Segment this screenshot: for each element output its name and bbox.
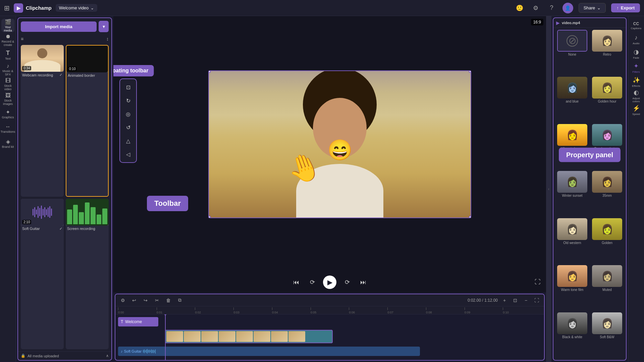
media-panel-footer: 🔒 All media uploaded ∧ [18, 351, 111, 360]
sidebar-item-your-media[interactable]: 🎬 Your media [1, 19, 15, 32]
filter-soft-bw[interactable]: 👩 Soft B&W [590, 312, 624, 358]
ft-speed-button[interactable]: ◁ [122, 148, 134, 160]
filter-black-white[interactable]: 👩 Black & white [555, 312, 589, 358]
timeline-expand-button[interactable]: ⛶ [532, 296, 541, 305]
filter-muted-label: Muted [602, 288, 612, 292]
undo-button[interactable]: ↩ [129, 296, 139, 305]
filter-golden-label: Golden [602, 241, 612, 245]
zoom-fit-button[interactable]: ⊡ [511, 296, 520, 305]
fullscreen-button[interactable]: ⛶ [535, 279, 541, 286]
cut-button[interactable]: ✂ [152, 296, 162, 305]
ft-cutout-button[interactable]: ◎ [122, 108, 134, 120]
help-icon[interactable]: ? [546, 3, 557, 13]
corner-bl[interactable] [208, 216, 211, 218]
audio-track-clip[interactable]: ♪ Soft Guitar [118, 347, 420, 356]
audio-track-row: ♪ Soft Guitar [118, 345, 541, 357]
grid-apps-icon[interactable]: ⊞ [4, 4, 10, 12]
captions-icon-btn[interactable]: CC Captions [630, 19, 643, 32]
sidebar-item-music-sfx[interactable]: ♪ Music & SFX [1, 63, 15, 76]
redo-button[interactable]: ↪ [141, 296, 150, 305]
copy-button[interactable]: ⧉ [175, 296, 184, 305]
audio-icon-btn[interactable]: ♪ Audio [630, 33, 643, 46]
sidebar-item-transitions[interactable]: ↔ Transitions [1, 122, 15, 135]
left-sidebar: 🎬 Your media ⏺ Record & create T Text ♪ … [0, 16, 16, 362]
timeline-settings-button[interactable]: ⚙ [118, 296, 127, 305]
video-track-frames [166, 330, 306, 343]
sort-icon[interactable]: ↕ [106, 36, 109, 42]
avatar[interactable]: 👤 [562, 3, 573, 13]
adjust-colors-icon-btn[interactable]: ◐ Adjust colors [630, 89, 643, 103]
skip-forward-button[interactable]: ⏭ [358, 277, 369, 288]
filter-cyan-label: and blue [566, 100, 579, 103]
filter-golden-thumb: 👩 [592, 218, 622, 240]
ft-crop-button[interactable]: ⊡ [122, 81, 134, 93]
sidebar-item-stock-images[interactable]: 🖼 Stock images [1, 93, 15, 106]
filter-retro[interactable]: 👩 Retro [590, 30, 624, 75]
sidebar-item-graphics[interactable]: ✦ Graphics [1, 107, 15, 121]
export-button[interactable]: ↑ Export [611, 3, 640, 12]
sidebar-item-text[interactable]: T Text [1, 48, 15, 62]
settings-icon[interactable]: ⚙ [530, 3, 541, 13]
sidebar-item-stock-video[interactable]: 🎞 Stock video [1, 78, 15, 91]
filter-winter-thumb: 👩 [557, 171, 587, 193]
video-canvas: 😄 🤚 [208, 70, 471, 218]
filter-none[interactable]: ⊘ None [555, 30, 589, 75]
video-track-clip[interactable] [165, 330, 333, 343]
panel-collapse-handle[interactable]: ‹ [546, 16, 551, 362]
right-panel-header: ▶ video.mp4 [553, 18, 626, 28]
skip-back-button[interactable]: ⏮ [291, 277, 302, 288]
share-button[interactable]: Share ⌄ [579, 3, 606, 13]
filter-muted[interactable]: 👩 Muted [590, 265, 624, 311]
ft-rotate-button[interactable]: ↺ [122, 121, 134, 133]
project-title[interactable]: Welcome video ⌄ [56, 4, 98, 12]
fade-icon-btn[interactable]: ◑ Fade [630, 47, 643, 60]
media-item-soft-guitar[interactable]: 2:10 Soft Guitar ✓ [21, 199, 64, 350]
sidebar-item-brand-kit[interactable]: ◈ Brand kit [1, 137, 15, 150]
filter-warm-tone-film[interactable]: 👩 Warm tone film [555, 265, 589, 311]
import-dropdown-button[interactable]: ▾ [99, 21, 109, 32]
media-item-webcam[interactable]: 0:34 Webcam recording ✓ [21, 45, 64, 197]
zoom-in-button[interactable]: + [500, 296, 509, 305]
ruler-mark-10: 0:10 [503, 307, 541, 314]
filter-winter-sunset[interactable]: 👩 Winter sunset [555, 171, 589, 217]
filter-old-western[interactable]: 👩 Old western [555, 218, 589, 264]
play-button[interactable]: ▶ [323, 276, 336, 289]
ruler-mark-9: 0:09 [465, 307, 503, 314]
sidebar-item-record-create[interactable]: ⏺ Record & create [1, 34, 15, 47]
timeline-playhead[interactable] [165, 314, 166, 360]
filter-golden-hour[interactable]: 👩 Golden hour [590, 77, 624, 122]
forward-button[interactable]: ⟳ [342, 277, 353, 288]
emoji-icon[interactable]: 🙂 [514, 3, 525, 13]
ruler-mark-4: 0:04 [272, 307, 311, 314]
media-item-animated-border[interactable]: 0:10 Animated border [66, 45, 109, 197]
text-track-content: T Welcome [118, 316, 541, 328]
speed-icon-btn[interactable]: ⚡ Speed [630, 103, 643, 117]
corner-tl[interactable] [208, 70, 211, 73]
corner-br[interactable] [469, 216, 471, 218]
ft-flip-button[interactable]: △ [122, 135, 134, 147]
ruler-mark-2: 0:02 [195, 307, 233, 314]
import-media-button[interactable]: Import media [21, 21, 97, 32]
ft-transform-button[interactable]: ↻ [122, 95, 134, 107]
ruler-mark-6: 0:06 [349, 307, 387, 314]
ruler-mark-5: 0:05 [311, 307, 349, 314]
filter-purple-undertone[interactable]: 👩 Purple undertone [590, 124, 624, 170]
filter-35mm[interactable]: 👩 35mm [590, 171, 624, 217]
filter-vibrant-vlogger[interactable]: 👩 Vibrant vlogger [555, 124, 589, 170]
footer-collapse[interactable]: ∧ [106, 354, 109, 358]
text-track-clip[interactable]: T Welcome [118, 317, 158, 326]
video-track-content [118, 329, 541, 344]
rewind-button[interactable]: ⟳ [307, 277, 318, 288]
filter-warm-label: Warm tone film [561, 288, 584, 292]
corner-tr[interactable] [469, 70, 471, 73]
media-item-screen-recording[interactable]: Screen recording [66, 199, 109, 350]
filter-golden[interactable]: 👩 Golden [590, 218, 624, 264]
zoom-out-button[interactable]: − [521, 296, 531, 305]
filters-icon-btn[interactable]: ✦ Filters [630, 61, 643, 74]
effects-icon-btn[interactable]: ✨ Effects [630, 75, 643, 88]
filter-cyan-blue[interactable]: 👩 and blue [555, 77, 589, 122]
filename: video.mp4 [562, 21, 580, 25]
filter-icon[interactable]: ≡ [21, 36, 23, 42]
delete-button[interactable]: 🗑 [164, 296, 173, 305]
filter-bw-label: Black & white [562, 335, 582, 339]
